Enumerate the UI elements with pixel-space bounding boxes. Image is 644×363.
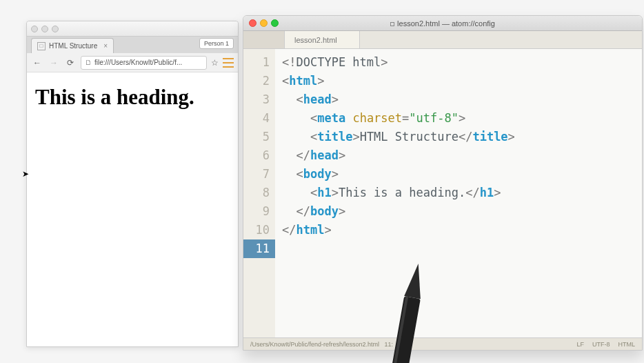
- traffic-lights: [31, 26, 59, 32]
- minimize-icon[interactable]: [41, 26, 48, 32]
- mouse-cursor-icon: ➤: [22, 169, 29, 179]
- line-number: 4: [243, 109, 270, 128]
- line-number: 9: [243, 202, 270, 221]
- window-title: lesson2.html — atom://config: [390, 19, 495, 28]
- editor-titlebar: lesson2.html — atom://config: [243, 16, 642, 31]
- line-number: 7: [243, 165, 270, 184]
- file-icon: □: [37, 42, 46, 50]
- url-text: file:///Users/KnowIt/Public/f...: [94, 59, 182, 66]
- back-button[interactable]: ←: [31, 57, 43, 69]
- browser-tabbar: □ HTML Structure × Person 1: [27, 37, 238, 53]
- status-path: /Users/KnowIt/Public/fend-refresh/lesson…: [250, 341, 393, 348]
- traffic-lights: [249, 19, 279, 27]
- close-tab-icon[interactable]: ×: [103, 42, 108, 50]
- line-number-active: 11: [243, 239, 275, 258]
- editor-tab[interactable]: lesson2.html: [285, 31, 360, 48]
- line-number: 3: [243, 90, 270, 109]
- line-number: 2: [243, 72, 270, 90]
- bookmark-star-icon[interactable]: ☆: [211, 58, 219, 68]
- profile-button[interactable]: Person 1: [199, 38, 234, 49]
- line-gutter: 1 2 3 4 5 6 7 8 9 10 11: [243, 49, 275, 337]
- minimize-icon[interactable]: [260, 19, 268, 27]
- status-language[interactable]: HTML: [618, 341, 636, 348]
- status-bar: /Users/KnowIt/Public/fend-refresh/lesson…: [243, 337, 642, 350]
- page-heading: This is a heading.: [35, 85, 230, 110]
- menu-icon[interactable]: [223, 58, 234, 68]
- browser-titlebar: [27, 21, 238, 37]
- file-icon: [390, 22, 394, 26]
- browser-toolbar: ← → ⟳ 🗋 file:///Users/KnowIt/Public/f...…: [27, 53, 238, 72]
- maximize-icon[interactable]: [52, 26, 59, 32]
- editor-window: lesson2.html — atom://config lesson2.htm…: [243, 15, 643, 351]
- svg-marker-0: [404, 262, 426, 299]
- line-number: 6: [243, 146, 270, 165]
- status-line-ending[interactable]: LF: [576, 341, 584, 348]
- tab-title: HTML Structure: [49, 42, 97, 50]
- maximize-icon[interactable]: [271, 19, 279, 27]
- address-bar[interactable]: 🗋 file:///Users/KnowIt/Public/f...: [81, 56, 207, 70]
- code-area[interactable]: <!DOCTYPE html> <html> <head> <meta char…: [275, 49, 642, 337]
- forward-button[interactable]: →: [48, 57, 60, 69]
- line-number: 5: [243, 128, 270, 146]
- editor-tabbar: lesson2.html: [243, 31, 642, 49]
- page-icon: 🗋: [85, 59, 92, 66]
- line-number: 10: [243, 221, 270, 239]
- page-content: This is a heading.: [27, 72, 238, 122]
- reload-button[interactable]: ⟳: [64, 57, 77, 69]
- close-icon[interactable]: [249, 19, 256, 27]
- status-encoding[interactable]: UTF-8: [592, 341, 610, 348]
- editor-body[interactable]: 1 2 3 4 5 6 7 8 9 10 11 <!DOCTYPE html> …: [243, 49, 642, 337]
- tab-spacer: [243, 31, 285, 48]
- line-number: 8: [243, 184, 270, 202]
- close-icon[interactable]: [31, 26, 38, 32]
- browser-window: □ HTML Structure × Person 1 ← → ⟳ 🗋 file…: [26, 21, 239, 347]
- browser-tab[interactable]: □ HTML Structure ×: [31, 38, 114, 53]
- line-number: 1: [243, 53, 270, 72]
